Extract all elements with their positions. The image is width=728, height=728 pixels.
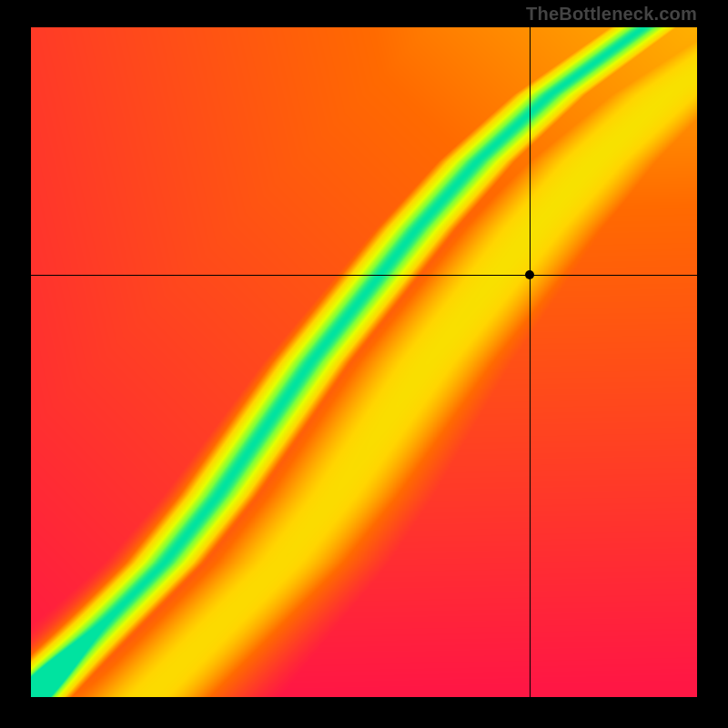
heatmap-plot: [31, 27, 697, 697]
watermark-text: TheBottleneck.com: [526, 0, 697, 27]
heatmap-canvas: [31, 27, 697, 697]
chart-frame: TheBottleneck.com: [0, 0, 728, 728]
